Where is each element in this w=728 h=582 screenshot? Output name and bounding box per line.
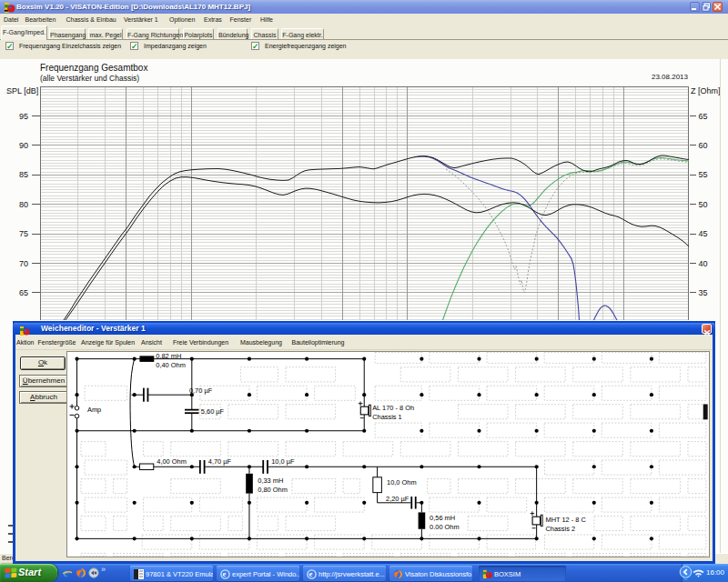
svg-text:40: 40 xyxy=(699,259,708,268)
svg-text:45: 45 xyxy=(699,229,708,238)
svg-text:2,20 µF: 2,20 µF xyxy=(386,495,410,503)
svg-text:0,80 Ohm: 0,80 Ohm xyxy=(258,486,288,494)
svg-text:4,00 Ohm: 4,00 Ohm xyxy=(157,457,187,466)
svg-text:Z [Ohm]: Z [Ohm] xyxy=(691,86,721,95)
svg-text:AL 170 - 8 Oh: AL 170 - 8 Oh xyxy=(372,404,414,412)
svg-text:0,56 mH: 0,56 mH xyxy=(430,514,455,522)
svg-text:0,33 mH: 0,33 mH xyxy=(258,477,283,485)
svg-text:85: 85 xyxy=(19,170,28,179)
svg-text:Frequenzgang Gesamtbox: Frequenzgang Gesamtbox xyxy=(40,63,147,73)
svg-text:SPL [dB]: SPL [dB] xyxy=(6,86,38,95)
svg-text:e: e xyxy=(223,569,227,578)
svg-text:75: 75 xyxy=(19,229,28,238)
svg-text:35: 35 xyxy=(699,288,708,297)
svg-text:4,70 µF: 4,70 µF xyxy=(208,457,232,466)
svg-text:Amp: Amp xyxy=(87,406,101,414)
svg-text:5,60 µF: 5,60 µF xyxy=(201,407,225,416)
svg-text:Chassis 2: Chassis 2 xyxy=(545,525,575,533)
svg-text:10,0 µF: 10,0 µF xyxy=(271,457,295,466)
svg-text:55: 55 xyxy=(699,170,708,179)
svg-text:0.00 Ohm: 0.00 Ohm xyxy=(430,523,460,531)
svg-text:Chassis 1: Chassis 1 xyxy=(372,413,402,421)
svg-text:0,82 mH: 0,82 mH xyxy=(156,352,181,360)
svg-text:60: 60 xyxy=(699,141,708,150)
svg-text:(alle Verstärker und Chassis): (alle Verstärker und Chassis) xyxy=(40,74,139,83)
svg-text:70: 70 xyxy=(19,259,28,268)
svg-text:e: e xyxy=(309,569,313,578)
svg-text:0,70 µF: 0,70 µF xyxy=(189,386,213,395)
svg-text:90: 90 xyxy=(19,141,28,150)
svg-text:95: 95 xyxy=(19,112,28,121)
svg-text:23.08.2013: 23.08.2013 xyxy=(652,73,689,81)
svg-text:MHT 12 - 8 C: MHT 12 - 8 C xyxy=(545,516,586,524)
svg-text:50: 50 xyxy=(699,200,708,209)
svg-text:80: 80 xyxy=(19,200,28,209)
svg-text:10,0 Ohm: 10,0 Ohm xyxy=(387,478,417,487)
svg-text:65: 65 xyxy=(19,288,28,297)
svg-text:0,40 Ohm: 0,40 Ohm xyxy=(156,361,186,369)
svg-text:65: 65 xyxy=(699,112,708,121)
